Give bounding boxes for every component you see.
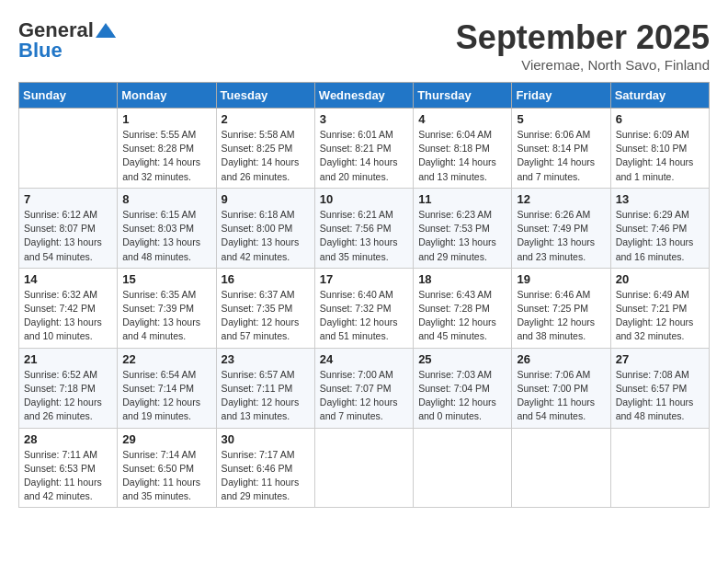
day-number: 24 [320,352,408,366]
location-title: Vieremae, North Savo, Finland [456,57,710,73]
calendar-cell: 14Sunrise: 6:32 AM Sunset: 7:42 PM Dayli… [19,268,118,348]
column-header-thursday: Thursday [414,83,512,109]
day-number: 16 [222,272,310,286]
day-number: 19 [517,272,605,286]
calendar-cell: 19Sunrise: 6:46 AM Sunset: 7:25 PM Dayli… [512,268,610,348]
day-info: Sunrise: 7:03 AM Sunset: 7:04 PM Dayligh… [418,368,506,424]
calendar-cell: 21Sunrise: 6:52 AM Sunset: 7:18 PM Dayli… [19,348,118,428]
day-info: Sunrise: 6:26 AM Sunset: 7:49 PM Dayligh… [517,208,605,264]
calendar-week-row: 1Sunrise: 5:55 AM Sunset: 8:28 PM Daylig… [19,109,710,189]
day-number: 9 [222,192,310,206]
month-title: September 2025 [456,18,710,57]
day-info: Sunrise: 7:17 AM Sunset: 6:46 PM Dayligh… [222,448,310,504]
logo: General Blue [18,18,116,63]
calendar-cell: 16Sunrise: 6:37 AM Sunset: 7:35 PM Dayli… [216,268,314,348]
column-header-sunday: Sunday [19,83,118,109]
logo-blue: Blue [18,39,63,63]
calendar-week-row: 21Sunrise: 6:52 AM Sunset: 7:18 PM Dayli… [19,348,710,428]
calendar-cell: 9Sunrise: 6:18 AM Sunset: 8:00 PM Daylig… [216,188,314,268]
calendar-cell: 27Sunrise: 7:08 AM Sunset: 6:57 PM Dayli… [610,348,709,428]
day-number: 26 [517,352,605,366]
day-info: Sunrise: 6:12 AM Sunset: 8:07 PM Dayligh… [24,208,112,264]
day-number: 5 [517,112,605,126]
day-info: Sunrise: 7:11 AM Sunset: 6:53 PM Dayligh… [24,448,112,504]
calendar-cell: 7Sunrise: 6:12 AM Sunset: 8:07 PM Daylig… [19,188,118,268]
calendar-week-row: 7Sunrise: 6:12 AM Sunset: 8:07 PM Daylig… [19,188,710,268]
calendar-cell: 15Sunrise: 6:35 AM Sunset: 7:39 PM Dayli… [118,268,216,348]
day-number: 4 [418,112,506,126]
day-number: 27 [616,352,704,366]
day-info: Sunrise: 6:09 AM Sunset: 8:10 PM Dayligh… [616,128,704,184]
calendar-cell [512,428,610,508]
day-number: 10 [320,192,408,206]
day-number: 23 [222,352,310,366]
calendar-cell: 13Sunrise: 6:29 AM Sunset: 7:46 PM Dayli… [610,188,709,268]
calendar-cell: 5Sunrise: 6:06 AM Sunset: 8:14 PM Daylig… [512,109,610,189]
day-number: 25 [418,352,506,366]
column-header-saturday: Saturday [610,83,709,109]
day-number: 29 [122,432,210,446]
day-number: 30 [222,432,310,446]
calendar-cell: 1Sunrise: 5:55 AM Sunset: 8:28 PM Daylig… [118,109,216,189]
calendar-cell [19,109,118,189]
day-info: Sunrise: 6:40 AM Sunset: 7:32 PM Dayligh… [320,288,408,344]
day-number: 22 [122,352,210,366]
day-info: Sunrise: 7:08 AM Sunset: 6:57 PM Dayligh… [616,368,704,424]
day-number: 20 [616,272,704,286]
day-info: Sunrise: 6:35 AM Sunset: 7:39 PM Dayligh… [122,288,210,344]
day-info: Sunrise: 6:57 AM Sunset: 7:11 PM Dayligh… [222,368,310,424]
calendar-week-row: 28Sunrise: 7:11 AM Sunset: 6:53 PM Dayli… [19,428,710,508]
calendar-cell: 11Sunrise: 6:23 AM Sunset: 7:53 PM Dayli… [414,188,512,268]
calendar-week-row: 14Sunrise: 6:32 AM Sunset: 7:42 PM Dayli… [19,268,710,348]
day-info: Sunrise: 6:18 AM Sunset: 8:00 PM Dayligh… [222,208,310,264]
calendar-cell: 2Sunrise: 5:58 AM Sunset: 8:25 PM Daylig… [216,109,314,189]
day-number: 15 [122,272,210,286]
day-info: Sunrise: 6:15 AM Sunset: 8:03 PM Dayligh… [122,208,210,264]
column-header-tuesday: Tuesday [216,83,314,109]
day-info: Sunrise: 6:46 AM Sunset: 7:25 PM Dayligh… [517,288,605,344]
day-info: Sunrise: 5:55 AM Sunset: 8:28 PM Dayligh… [122,128,210,184]
day-number: 18 [418,272,506,286]
column-header-wednesday: Wednesday [314,83,413,109]
day-info: Sunrise: 6:52 AM Sunset: 7:18 PM Dayligh… [24,368,112,424]
day-number: 8 [122,192,210,206]
day-info: Sunrise: 6:54 AM Sunset: 7:14 PM Dayligh… [122,368,210,424]
day-number: 1 [122,112,210,126]
day-info: Sunrise: 6:49 AM Sunset: 7:21 PM Dayligh… [616,288,704,344]
day-info: Sunrise: 6:37 AM Sunset: 7:35 PM Dayligh… [222,288,310,344]
day-info: Sunrise: 6:01 AM Sunset: 8:21 PM Dayligh… [320,128,408,184]
calendar-cell: 8Sunrise: 6:15 AM Sunset: 8:03 PM Daylig… [118,188,216,268]
calendar-cell: 26Sunrise: 7:06 AM Sunset: 7:00 PM Dayli… [512,348,610,428]
calendar-cell: 6Sunrise: 6:09 AM Sunset: 8:10 PM Daylig… [610,109,709,189]
logo-icon [96,23,116,38]
day-info: Sunrise: 7:14 AM Sunset: 6:50 PM Dayligh… [122,448,210,504]
calendar-cell: 30Sunrise: 7:17 AM Sunset: 6:46 PM Dayli… [216,428,314,508]
day-number: 2 [222,112,310,126]
day-number: 13 [616,192,704,206]
day-info: Sunrise: 7:06 AM Sunset: 7:00 PM Dayligh… [517,368,605,424]
calendar-cell: 20Sunrise: 6:49 AM Sunset: 7:21 PM Dayli… [610,268,709,348]
day-info: Sunrise: 6:32 AM Sunset: 7:42 PM Dayligh… [24,288,112,344]
day-number: 7 [24,192,112,206]
page-header: General Blue September 2025 Vieremae, No… [18,18,710,73]
calendar-cell: 29Sunrise: 7:14 AM Sunset: 6:50 PM Dayli… [118,428,216,508]
calendar-cell: 10Sunrise: 6:21 AM Sunset: 7:56 PM Dayli… [314,188,413,268]
day-info: Sunrise: 6:21 AM Sunset: 7:56 PM Dayligh… [320,208,408,264]
calendar-cell [414,428,512,508]
calendar-cell [314,428,413,508]
day-number: 28 [24,432,112,446]
day-info: Sunrise: 6:43 AM Sunset: 7:28 PM Dayligh… [418,288,506,344]
title-area: September 2025 Vieremae, North Savo, Fin… [456,18,710,73]
calendar-cell: 25Sunrise: 7:03 AM Sunset: 7:04 PM Dayli… [414,348,512,428]
day-info: Sunrise: 7:00 AM Sunset: 7:07 PM Dayligh… [320,368,408,424]
day-number: 11 [418,192,506,206]
calendar-header-row: SundayMondayTuesdayWednesdayThursdayFrid… [19,83,710,109]
calendar-cell: 28Sunrise: 7:11 AM Sunset: 6:53 PM Dayli… [19,428,118,508]
column-header-monday: Monday [118,83,216,109]
calendar-cell: 24Sunrise: 7:00 AM Sunset: 7:07 PM Dayli… [314,348,413,428]
calendar-cell: 4Sunrise: 6:04 AM Sunset: 8:18 PM Daylig… [414,109,512,189]
calendar-cell: 23Sunrise: 6:57 AM Sunset: 7:11 PM Dayli… [216,348,314,428]
day-info: Sunrise: 6:23 AM Sunset: 7:53 PM Dayligh… [418,208,506,264]
day-number: 12 [517,192,605,206]
day-number: 3 [320,112,408,126]
